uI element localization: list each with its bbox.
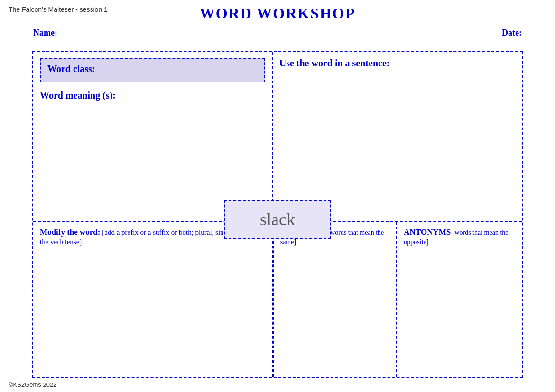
word-class-label: Word class: [47,64,95,74]
name-label: Name: [33,28,57,38]
word-class-box[interactable]: Word class: [40,58,265,82]
modify-column: Modify the word: [add a prefix or a suff… [33,222,273,377]
right-panel: Use the word in a sentence: [273,52,522,221]
antonyms-bold: ANTONYMS [404,228,451,237]
date-label: Date: [502,28,522,38]
bottom-section: Modify the word: [add a prefix or a suff… [33,222,522,377]
word-text: slack [260,210,295,229]
session-label: The Falcon's Malteser - session 1 [9,6,108,13]
use-sentence-label: Use the word in a sentence: [279,58,515,69]
name-date-row: Name: Date: [0,22,555,43]
copyright: ©KS2Gems 2022 [9,381,56,388]
word-center-box: slack [224,200,332,239]
antonyms-column: ANTONYMS [words that mean the opposite] [397,222,522,377]
left-panel: Word class: Word meaning (s): [33,52,273,221]
synonyms-column: SYNONYMS [words that mean the same] [273,222,398,377]
modify-bold: Modify the word: [40,228,100,237]
antonyms-label: ANTONYMS [words that mean the opposite] [404,228,515,246]
word-meaning-label: Word meaning (s): [40,90,265,101]
top-section: Word class: Word meaning (s): Use the wo… [33,52,522,222]
main-container: Word class: Word meaning (s): Use the wo… [32,51,523,378]
